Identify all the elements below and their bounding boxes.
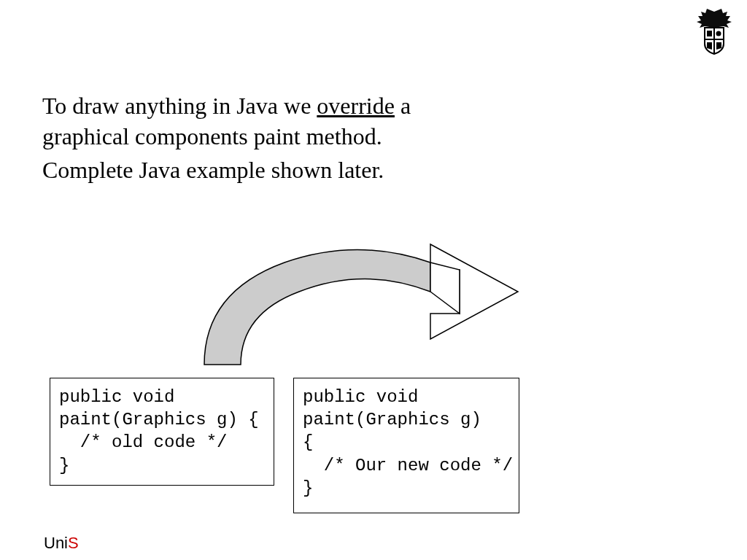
unis-uni: Uni (44, 534, 68, 552)
svg-point-3 (716, 31, 721, 36)
unis-logo: UniS (44, 534, 79, 553)
underlined-word: override (317, 93, 395, 119)
body-paragraph-1: To draw anything in Java we override a g… (42, 91, 411, 152)
code-box-new: public void paint(Graphics g) { /* Our n… (293, 378, 519, 513)
svg-rect-2 (707, 31, 712, 36)
text-line: graphical components paint method. (42, 123, 382, 149)
text-line: Complete Java example shown later. (42, 157, 384, 183)
curved-arrow-icon (182, 226, 562, 357)
university-crest-icon (692, 6, 736, 57)
text-part: a (395, 93, 411, 119)
unis-s: S (68, 534, 79, 552)
text-part: To draw anything in Java we (42, 93, 317, 119)
code-box-old: public void paint(Graphics g) { /* old c… (50, 378, 274, 486)
body-paragraph-2: Complete Java example shown later. (42, 157, 384, 184)
